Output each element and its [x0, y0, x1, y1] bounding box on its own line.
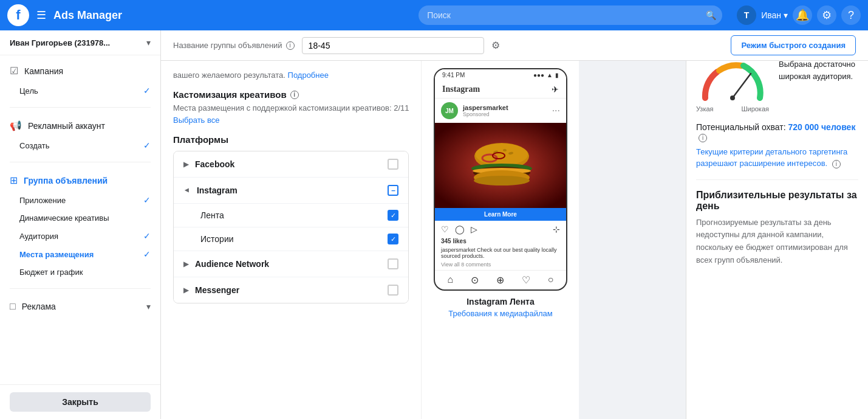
app-check-icon: ✓	[143, 195, 151, 205]
customization-info-icon[interactable]: i	[290, 91, 299, 99]
phone-status-bar: 9:41 PM ●●● ▲ ▮	[435, 69, 566, 81]
profile-nav-icon[interactable]: ○	[548, 274, 554, 286]
sidebar-section-adgroup: ⊞ Группа объявлений Приложение ✓ Динамич…	[0, 165, 160, 286]
save-icon[interactable]: ⊹	[553, 224, 560, 234]
sidebar-subitem-dynamic[interactable]: Динамические креативы	[0, 209, 160, 227]
notifications-icon[interactable]: 🔔	[793, 5, 812, 25]
plus-nav-icon[interactable]: ⊕	[496, 274, 504, 286]
platform-item-audience-network[interactable]: ▶ Audience Network	[174, 251, 408, 277]
phone-nav-bar: ⌂ ⊙ ⊕ ♡ ○	[435, 270, 566, 289]
sidebar-subitem-goal[interactable]: Цель ✓	[0, 81, 160, 100]
gauge-labels: Узкая Широкая	[696, 105, 769, 113]
main-area: Название группы объявлений i ⚙ Режим быс…	[161, 30, 686, 419]
sidebar-subitem-audience[interactable]: Аудитория ✓	[0, 227, 160, 245]
sub-platform-item-stories[interactable]: Истории	[174, 227, 408, 251]
adgroup-info-icon[interactable]: i	[286, 41, 295, 50]
platform-item-messenger[interactable]: ▶ Messenger	[174, 277, 408, 303]
sidebar-subitem-placements[interactable]: Места размещения ✓	[0, 245, 160, 263]
audience-check-icon: ✓	[143, 231, 151, 241]
create-label: Создать	[19, 141, 143, 150]
reach-info-icon[interactable]: i	[699, 134, 707, 142]
phone-mockup: 9:41 PM ●●● ▲ ▮ Instagram ✈ JM	[434, 68, 567, 291]
user-menu[interactable]: Иван ▾	[761, 10, 788, 20]
instagram-checkbox[interactable]	[388, 185, 398, 196]
hamburger-icon[interactable]: ☰	[36, 9, 46, 22]
svg-point-2	[476, 144, 528, 165]
sidebar-section-ads: □ Реклама ▾	[0, 291, 160, 322]
sidebar-item-campaign[interactable]: ☑ Кампания	[0, 60, 160, 81]
battery-icon: ▮	[555, 72, 559, 78]
sidebar-subitem-app[interactable]: Приложение ✓	[0, 191, 160, 209]
like-icon[interactable]: ♡	[441, 224, 449, 234]
sidebar-subitem-budget[interactable]: Бюджет и график	[0, 263, 160, 281]
facebook-checkbox[interactable]	[388, 159, 398, 170]
post-avatar: JM	[441, 102, 458, 119]
select-all-link[interactable]: Выбрать все	[173, 116, 219, 125]
reach-detail-link[interactable]: Текущие критерии детального таргетинга р…	[696, 146, 858, 170]
platform-item-facebook[interactable]: ▶ Facebook	[174, 151, 408, 178]
results-title: Приблизительные результаты за день	[696, 190, 858, 212]
sidebar-bottom: Закрыть	[0, 384, 160, 419]
app-label: Приложение	[19, 196, 143, 205]
nav-right-actions: T Иван ▾ 🔔 ⚙ ?	[737, 5, 861, 25]
media-requirements-link[interactable]: Требования к медиафайлам	[429, 309, 572, 318]
feed-checkbox[interactable]	[388, 210, 398, 221]
instagram-platform-label: Instagram	[197, 185, 388, 195]
messenger-checkbox[interactable]	[388, 285, 398, 296]
account-name: Иван Григорьев (231978...	[10, 38, 142, 47]
account-selector[interactable]: Иван Григорьев (231978... ▾	[0, 30, 160, 55]
dynamic-label: Динамические креативы	[19, 213, 151, 223]
sidebar-item-adgroup[interactable]: ⊞ Группа объявлений	[0, 170, 160, 191]
sidebar-subitem-create[interactable]: Создать ✓	[0, 136, 160, 154]
audience-label: Аудитория	[19, 232, 143, 241]
post-comments: View all 8 comments	[435, 261, 566, 270]
post-likes: 345 likes	[435, 238, 566, 246]
gear-icon[interactable]: ⚙	[491, 40, 500, 51]
burger-image	[435, 123, 566, 208]
adgroup-label: Группа объявлений	[24, 176, 108, 185]
instagram-header: Instagram ✈	[435, 81, 566, 99]
reach-detail-info-icon[interactable]: i	[832, 160, 841, 168]
content-inner: вашего желаемого результата. Подробнее К…	[161, 61, 421, 419]
messenger-chevron-icon: ▶	[183, 286, 189, 294]
sidebar-divider-3	[10, 288, 151, 289]
subbar: Название группы объявлений i ⚙ Режим быс…	[161, 30, 686, 61]
placements-check-icon: ✓	[143, 249, 151, 259]
post-username: jaspersmarket	[463, 104, 547, 111]
chevron-down-icon: ▾	[784, 10, 788, 20]
home-nav-icon[interactable]: ⌂	[447, 274, 453, 286]
search-input[interactable]	[419, 5, 722, 25]
post-sponsored: Sponsored	[463, 111, 547, 117]
facebook-chevron-icon: ▶	[183, 160, 189, 168]
audience-network-checkbox[interactable]	[388, 258, 398, 269]
comment-icon[interactable]: ◯	[455, 224, 465, 234]
sub-platform-item-feed[interactable]: Лента	[174, 204, 408, 227]
help-icon[interactable]: ?	[841, 5, 861, 25]
cta-button[interactable]: Learn More	[435, 208, 566, 221]
search-icon[interactable]: 🔍	[706, 10, 716, 20]
gauge-chart	[696, 58, 769, 101]
app-title: Ads Manager	[53, 9, 122, 22]
share-icon[interactable]: ▷	[471, 224, 477, 234]
platform-item-instagram[interactable]: ▼ Instagram	[174, 178, 408, 204]
post-actions: ♡ ◯ ▷ ⊹	[435, 221, 566, 238]
sidebar: Иван Григорьев (231978... ▾ ☑ Кампания Ц…	[0, 30, 161, 419]
close-button[interactable]: Закрыть	[10, 392, 151, 412]
gauge-description: Выбрана достаточно широкая аудитория.	[779, 58, 858, 82]
sidebar-item-ads[interactable]: □ Реклама ▾	[0, 296, 160, 317]
details-link[interactable]: Подробнее	[288, 71, 329, 80]
ads-label: Реклама	[22, 302, 56, 311]
sidebar-campaign-label: Кампания	[24, 66, 63, 76]
platforms-title: Платформы	[173, 134, 409, 145]
adgroup-name-input[interactable]	[302, 37, 484, 54]
preview-label: Instagram Лента	[429, 297, 572, 306]
account-chevron-icon: ▾	[146, 38, 151, 47]
stories-checkbox[interactable]	[388, 234, 398, 244]
phone-time: 9:41 PM	[442, 72, 465, 78]
sidebar-item-ad-account[interactable]: 📢 Рекламный аккаунт	[0, 115, 160, 136]
heart-nav-icon[interactable]: ♡	[522, 274, 530, 286]
goal-label: Цель	[19, 86, 143, 95]
search-nav-icon[interactable]: ⊙	[471, 274, 479, 286]
audience-network-platform-label: Audience Network	[195, 259, 388, 269]
settings-icon[interactable]: ⚙	[817, 5, 836, 25]
